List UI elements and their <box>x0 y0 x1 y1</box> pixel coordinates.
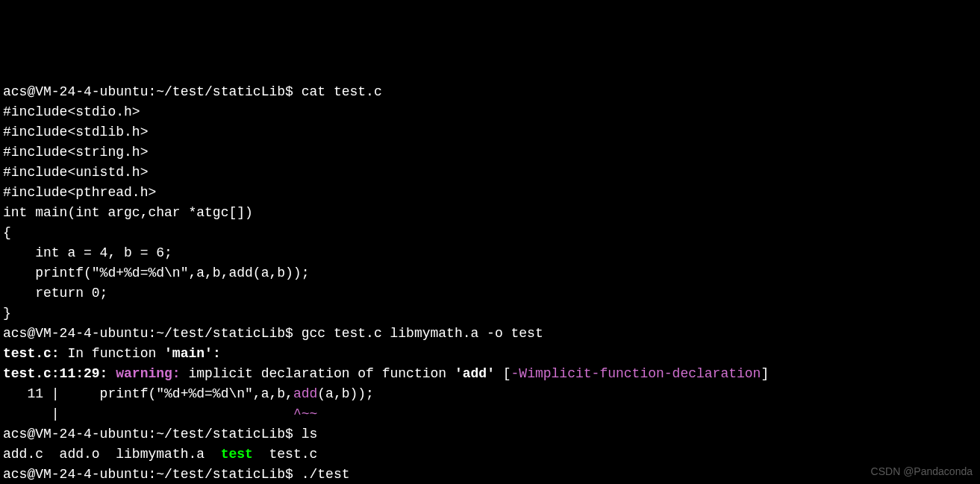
bracket: ] <box>761 366 769 381</box>
executable-file: test <box>221 447 253 462</box>
compiler-warning-line: test.c:11:29: warning: implicit declarat… <box>3 364 977 384</box>
code-line: int main(int argc,char *atgc[]) <box>3 203 977 223</box>
code-line: #include<stdio.h> <box>3 102 977 122</box>
prompt-line-4: acs@VM-24-4-ubuntu:~/test/staticLib$ ./t… <box>3 465 977 484</box>
prompt-line-3: acs@VM-24-4-ubuntu:~/test/staticLib$ ls <box>3 424 977 444</box>
code-line: #include<pthread.h> <box>3 183 977 203</box>
command-text: ls <box>302 427 318 441</box>
text: : <box>213 346 221 361</box>
code-line: { <box>3 223 977 243</box>
prompt-line-1: acs@VM-24-4-ubuntu:~/test/staticLib$ cat… <box>3 82 977 102</box>
compiler-context-line: 11 | printf("%d+%d=%d\n",a,b,add(a,b)); <box>3 384 977 404</box>
code-line: int a = 4, b = 6; <box>3 243 977 263</box>
compiler-marker-line: | ^~~ <box>3 404 977 424</box>
command-text: cat test.c <box>302 84 382 99</box>
marker-prefix: | <box>3 406 293 421</box>
space <box>107 366 116 381</box>
warning-text: implicit declaration of function <box>188 366 454 381</box>
file-ref: test.c: <box>3 346 60 361</box>
command-text: ./test <box>302 467 350 482</box>
code-line: } <box>3 304 977 324</box>
caret-marker: ^~~ <box>293 406 317 421</box>
code-line: #include<stdlib.h> <box>3 122 977 142</box>
ls-output-line: add.c add.o libmymath.a test test.c <box>3 444 977 465</box>
symbol-name: 'add' <box>455 366 495 381</box>
code-line: #include<string.h> <box>3 142 977 163</box>
code-line: return 0; <box>3 283 977 304</box>
warning-label: warning: <box>116 366 188 381</box>
code-line: printf("%d+%d=%d\n",a,b,add(a,b)); <box>3 263 977 283</box>
compiler-output-line: test.c: In function 'main': <box>3 344 977 364</box>
highlighted-symbol: add <box>293 386 317 401</box>
command-text: gcc test.c libmymath.a -o test <box>302 326 543 341</box>
function-name: 'main' <box>164 346 213 361</box>
shell-prompt: acs@VM-24-4-ubuntu:~/test/staticLib$ <box>3 84 302 99</box>
context-prefix: 11 | printf("%d+%d=%d\n",a,b, <box>3 386 293 401</box>
bracket: [ <box>495 366 511 381</box>
prompt-line-2: acs@VM-24-4-ubuntu:~/test/staticLib$ gcc… <box>3 324 977 344</box>
watermark-text: CSDN @Pandaconda <box>871 464 973 480</box>
warning-flag: -Wimplicit-function-declaration <box>511 366 761 381</box>
terminal-output[interactable]: acs@VM-24-4-ubuntu:~/test/staticLib$ cat… <box>3 82 977 484</box>
file-list: test.c <box>253 447 317 462</box>
shell-prompt: acs@VM-24-4-ubuntu:~/test/staticLib$ <box>3 467 302 482</box>
text: In function <box>60 346 164 361</box>
code-line: #include<unistd.h> <box>3 163 977 183</box>
file-list: add.c add.o libmymath.a <box>3 447 221 462</box>
shell-prompt: acs@VM-24-4-ubuntu:~/test/staticLib$ <box>3 427 302 441</box>
shell-prompt: acs@VM-24-4-ubuntu:~/test/staticLib$ <box>3 326 302 341</box>
context-suffix: (a,b)); <box>317 386 374 401</box>
file-loc: test.c:11:29: <box>3 366 107 381</box>
